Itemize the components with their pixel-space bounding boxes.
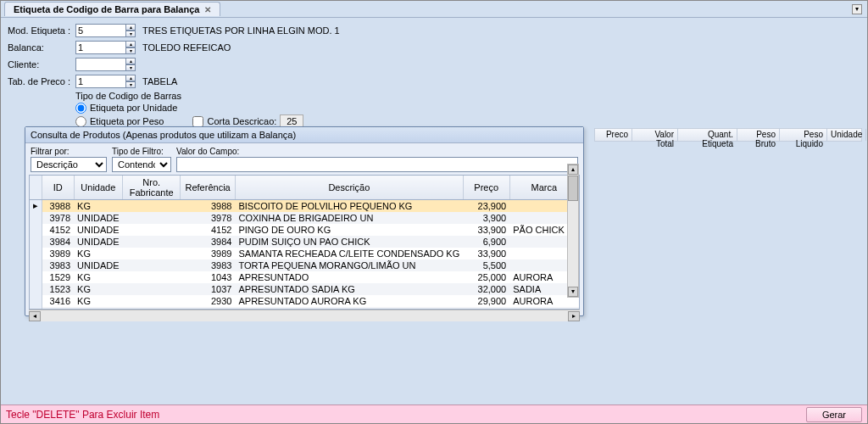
tab-preco-spin[interactable]: ▴▾ bbox=[125, 75, 136, 88]
right-grid-header: Preco Valor Total Quant. Etiqueta Peso B… bbox=[594, 128, 862, 142]
tipo-filtro-select[interactable]: Contendo: bbox=[112, 157, 171, 172]
mod-etiqueta-input[interactable] bbox=[75, 24, 126, 37]
table-row[interactable]: 4152UNIDADE4152PINGO DE OURO KG33,900PÃO… bbox=[30, 224, 579, 236]
balanca-spin[interactable]: ▴▾ bbox=[125, 41, 136, 54]
filtrar-por-label: Filtrar por: bbox=[31, 147, 107, 156]
peso-liquido-value: 0 bbox=[796, 142, 868, 153]
corta-descricao-label: Corta Descricao: bbox=[207, 116, 276, 126]
radio-etiqueta-unidade-label: Etiqueta por Unidade bbox=[90, 103, 177, 113]
vertical-scrollbar[interactable]: ▴ ▾ bbox=[567, 164, 579, 298]
table-row[interactable]: 3416KG2930APRESUNTADO AURORA KG29,900AUR… bbox=[30, 295, 579, 307]
produtos-table[interactable]: ID Unidade Nro. Fabricante Referência De… bbox=[30, 176, 579, 310]
table-row[interactable]: 3978UNIDADE3978COXINHA DE BRIGADEIRO UN3… bbox=[30, 212, 579, 224]
tab-preco-input[interactable] bbox=[75, 75, 126, 88]
table-row[interactable]: 3984UNIDADE3984PUDIM SUIÇO UN PAO CHICK6… bbox=[30, 236, 579, 248]
cliente-label: Cliente: bbox=[8, 59, 75, 70]
tab-preco-label: Tab. de Preco : bbox=[8, 76, 75, 86]
tipo-filtro-label: Tipo de Filtro: bbox=[112, 147, 171, 156]
table-row[interactable]: ▸3988KG3988BISCOITO DE POLVILHO PEQUENO … bbox=[30, 200, 579, 212]
mod-etiqueta-desc: TRES ETIQUETAS POR LINHA ELGIN MOD. 1 bbox=[142, 25, 340, 36]
horizontal-scrollbar[interactable]: ◂ ▸ bbox=[29, 310, 580, 321]
mod-etiqueta-spin[interactable]: ▴▾ bbox=[125, 24, 136, 37]
radio-etiqueta-unidade[interactable] bbox=[75, 103, 86, 114]
table-row[interactable]: 1523KG1037APRESUNTADO SADIA KG32,000SADI… bbox=[30, 283, 579, 295]
cliente-spin[interactable]: ▴▾ bbox=[125, 58, 136, 71]
cliente-input[interactable] bbox=[75, 58, 126, 71]
tab-preco-desc: TABELA bbox=[142, 76, 177, 86]
table-row[interactable]: 3989KG3989SAMANTA RECHEADA C/LEITE CONDE… bbox=[30, 248, 579, 259]
balanca-input[interactable] bbox=[75, 41, 126, 54]
tipo-codigo-header: Tipo de Codigo de Barras bbox=[75, 91, 860, 101]
tab-etiqueta[interactable]: Etiqueta de Codigo de Barra para Balança… bbox=[4, 2, 220, 16]
table-row[interactable]: 3983UNIDADE3983TORTA PEQUENA MORANGO/LIM… bbox=[30, 259, 579, 271]
balanca-label: Balanca: bbox=[8, 42, 75, 53]
close-icon[interactable]: ✕ bbox=[204, 5, 211, 14]
valor-campo-input[interactable] bbox=[176, 157, 578, 172]
mod-etiqueta-label: Mod. Etiqueta : bbox=[8, 25, 75, 36]
radio-etiqueta-peso-label: Etiqueta por Peso bbox=[90, 116, 164, 126]
radio-etiqueta-peso[interactable] bbox=[75, 116, 86, 127]
filtrar-por-select[interactable]: Descrição bbox=[31, 157, 107, 172]
tab-caret-icon[interactable]: ▾ bbox=[852, 4, 862, 14]
footer-hint: Tecle "DELETE" Para Excluir Item bbox=[6, 409, 159, 421]
gerar-button[interactable]: Gerar bbox=[806, 407, 862, 422]
tab-title: Etiqueta de Codigo de Barra para Balança bbox=[14, 4, 199, 14]
table-row[interactable]: 1529KG1043APRESUNTADO25,000AURORA bbox=[30, 271, 579, 283]
consulta-title: Consulta de Produtos (Apenas produtos qu… bbox=[25, 127, 583, 143]
balanca-desc: TOLEDO REFEICAO bbox=[142, 42, 231, 53]
corta-descricao-checkbox[interactable] bbox=[192, 116, 203, 127]
valor-campo-label: Valor do Campo: bbox=[176, 147, 578, 156]
consulta-panel: Consulta de Produtos (Apenas produtos qu… bbox=[25, 126, 584, 316]
